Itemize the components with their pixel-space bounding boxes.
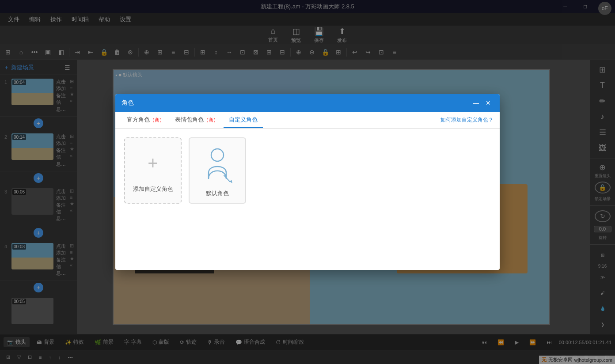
add-custom-char-card[interactable]: + 添加自定义角色 [124, 137, 182, 204]
svg-marker-2 [230, 180, 232, 183]
add-plus-icon: + [135, 145, 171, 181]
dialog-close-btn[interactable]: ✕ [483, 98, 494, 108]
add-char-label: 添加自定义角色 [133, 185, 173, 193]
dialog-overlay: 角色 — ✕ 官方角色（商） 表情包角色（商） 自定义角色 如何添加自定义角色？… [0, 0, 615, 364]
default-char-card[interactable]: 默认角色 [189, 137, 246, 204]
tab-emoji-price: （商） [204, 117, 218, 122]
dialog-tabs: 官方角色（商） 表情包角色（商） 自定义角色 如何添加自定义角色？ [115, 112, 500, 129]
tab-emoji-label: 表情包角色 [175, 116, 204, 123]
tab-custom-chars[interactable]: 自定义角色 [224, 112, 263, 128]
dialog-header-controls: — ✕ [471, 98, 494, 108]
default-char-icon [200, 145, 235, 185]
tab-official-label: 官方角色 [127, 116, 150, 123]
character-dialog: 角色 — ✕ 官方角色（商） 表情包角色（商） 自定义角色 如何添加自定义角色？… [115, 94, 500, 270]
dialog-minimize-btn[interactable]: — [471, 98, 481, 108]
svg-point-0 [211, 149, 224, 161]
dialog-content: + 添加自定义角色 默认角色 [115, 129, 500, 270]
how-to-add-link[interactable]: 如何添加自定义角色？ [440, 116, 494, 124]
tab-emoji-chars[interactable]: 表情包角色（商） [170, 112, 224, 128]
tab-official-chars[interactable]: 官方角色（商） [121, 112, 170, 128]
dialog-title: 角色 [121, 99, 134, 107]
dialog-header: 角色 — ✕ [115, 94, 500, 112]
tab-official-price: （商） [150, 117, 164, 122]
tab-custom-label: 自定义角色 [229, 116, 258, 123]
svg-line-1 [224, 175, 230, 182]
default-char-label: 默认角色 [206, 190, 229, 197]
